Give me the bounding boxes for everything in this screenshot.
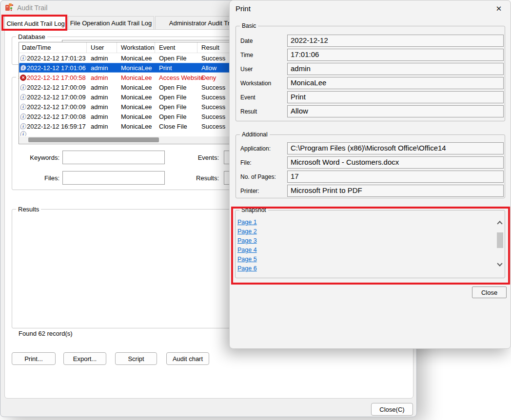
cell-datetime: 2022-12-12 17:00:09 bbox=[27, 94, 87, 101]
close-icon[interactable]: ✕ bbox=[494, 4, 504, 14]
print-dialog: Print ✕ Basic Date 2022-12-12 Time 17:01… bbox=[229, 0, 511, 349]
script-button[interactable]: Script bbox=[115, 352, 157, 365]
cell-user: admin bbox=[87, 94, 117, 101]
page-6-link[interactable]: Page 6 bbox=[237, 265, 257, 272]
snapshot-vertical-scrollbar[interactable] bbox=[496, 213, 504, 275]
keywords-label: Keywords: bbox=[19, 154, 59, 161]
results-legend: Results bbox=[16, 206, 41, 213]
column-header-workstation[interactable]: Workstation bbox=[117, 42, 155, 53]
found-records-text: Found 62 record(s) bbox=[19, 330, 73, 337]
horizontal-scrollbar-thumb[interactable] bbox=[28, 137, 159, 142]
files-label: Files: bbox=[19, 174, 59, 182]
cell-datetime: 2022-12-12 17:00:09 bbox=[27, 84, 87, 91]
cell-workstation: MonicaLee bbox=[117, 103, 155, 111]
cell-user: admin bbox=[87, 74, 117, 81]
time-label: Time bbox=[240, 52, 253, 58]
user-field: admin bbox=[287, 63, 504, 75]
cell-event: Open File bbox=[155, 84, 197, 91]
cell-workstation: MonicaLee bbox=[117, 64, 155, 72]
audit-chart-button[interactable]: Audit chart bbox=[166, 352, 209, 365]
cell-workstation: MonicaLee bbox=[117, 113, 155, 120]
database-legend: Database bbox=[16, 33, 47, 40]
window-title: Audit Trail bbox=[17, 4, 47, 12]
cell-datetime: 2022-12-12 16:59:17 bbox=[27, 123, 87, 130]
cell-workstation: MonicaLee bbox=[117, 74, 155, 81]
snapshot-group: Snapshot bbox=[235, 210, 505, 278]
export-button[interactable]: Export... bbox=[63, 352, 106, 365]
cell-datetime: 2022-12-12 17:00:58 bbox=[27, 74, 87, 81]
keywords-input[interactable] bbox=[62, 151, 165, 164]
cell-user: admin bbox=[87, 84, 117, 91]
cell-event: Print bbox=[155, 64, 197, 72]
close-dialog-button[interactable]: Close bbox=[472, 286, 507, 298]
cell-datetime: 2022-12-12 17:00:09 bbox=[27, 103, 87, 111]
column-header-event[interactable]: Event bbox=[155, 42, 197, 53]
info-icon: i bbox=[20, 94, 26, 100]
cell-datetime: 2022-12-12 17:01:06 bbox=[27, 64, 87, 72]
info-icon: i bbox=[20, 114, 26, 119]
cell-event: Open File bbox=[155, 94, 197, 101]
workstation-field: MonicaLee bbox=[287, 77, 504, 89]
printer-label: Printer: bbox=[240, 188, 259, 194]
scroll-down-icon[interactable] bbox=[497, 261, 502, 266]
page-1-link[interactable]: Page 1 bbox=[237, 219, 257, 226]
printer-field: Microsoft Print to PDF bbox=[287, 185, 504, 197]
cell-workstation: MonicaLee bbox=[117, 84, 155, 91]
cell-user: admin bbox=[87, 103, 117, 111]
info-icon: i bbox=[20, 104, 26, 110]
tab-client-audit-trail-log[interactable]: Client Audit Trail Log bbox=[4, 16, 67, 30]
cell-user: admin bbox=[87, 55, 117, 62]
tab-label: File Operation Audit Trail Log bbox=[70, 19, 152, 27]
cell-datetime: 2022-12-12 17:00:08 bbox=[27, 113, 87, 120]
snapshot-legend: Snapshot bbox=[239, 207, 268, 213]
cell-user: admin bbox=[87, 123, 117, 130]
error-icon: ✕ bbox=[20, 75, 26, 81]
tab-label: Administrator Audit Trail bbox=[169, 19, 236, 27]
cell-event: Access Website bbox=[155, 74, 197, 81]
cell-event: Close File bbox=[155, 123, 197, 130]
tab-file-operation-audit-trail-log[interactable]: File Operation Audit Trail Log bbox=[68, 16, 154, 30]
app-icon bbox=[5, 3, 14, 12]
column-header-user[interactable]: User bbox=[87, 42, 117, 53]
pages-field: 17 bbox=[287, 171, 504, 183]
file-field: Microsoft Word - Customers.docx bbox=[287, 156, 504, 169]
page-3-link[interactable]: Page 3 bbox=[237, 237, 257, 244]
cell-workstation: MonicaLee bbox=[117, 94, 155, 101]
info-icon: i bbox=[20, 55, 26, 61]
scroll-up-icon[interactable] bbox=[497, 221, 502, 226]
additional-legend: Additional bbox=[240, 131, 270, 138]
page-4-link[interactable]: Page 4 bbox=[237, 247, 257, 253]
date-label: Date bbox=[240, 38, 253, 44]
result-field: Allow bbox=[287, 105, 504, 117]
application-field: C:\Program Files (x86)\Microsoft Office\… bbox=[287, 142, 504, 154]
files-input[interactable] bbox=[62, 171, 165, 185]
tab-label: Client Audit Trail Log bbox=[6, 20, 64, 27]
tabstrip: Client Audit Trail Log File Operation Au… bbox=[4, 16, 250, 30]
close-window-button[interactable]: Close(C) bbox=[371, 403, 413, 416]
workstation-label: Workstation bbox=[240, 80, 271, 87]
cell-event: Open File bbox=[155, 113, 197, 120]
print-button[interactable]: Print... bbox=[12, 352, 56, 365]
page-5-link[interactable]: Page 5 bbox=[237, 256, 257, 263]
info-icon: i bbox=[20, 123, 26, 129]
pages-label: No. of Pages: bbox=[240, 173, 276, 180]
result-label: Result bbox=[240, 108, 257, 115]
event-label: Event bbox=[240, 94, 256, 101]
events-label: Events: bbox=[170, 154, 219, 161]
basic-legend: Basic bbox=[240, 22, 258, 29]
page-2-link[interactable]: Page 2 bbox=[237, 228, 257, 235]
file-label: File: bbox=[240, 159, 252, 166]
column-header-datetime[interactable]: Date/Time bbox=[19, 42, 87, 53]
cell-datetime: 2022-12-12 17:01:23 bbox=[27, 55, 87, 62]
cell-event: Open File bbox=[155, 55, 197, 62]
event-field: Print bbox=[287, 91, 504, 103]
vertical-scrollbar-thumb[interactable] bbox=[497, 232, 503, 248]
cell-workstation: MonicaLee bbox=[117, 55, 155, 62]
cell-event: Open File bbox=[155, 103, 197, 111]
info-icon: i bbox=[20, 84, 26, 90]
info-icon: i bbox=[20, 65, 26, 71]
application-label: Application: bbox=[240, 145, 271, 152]
print-dialog-title: Print bbox=[236, 4, 251, 13]
cell-user: admin bbox=[87, 113, 117, 120]
results-label: Results: bbox=[170, 174, 219, 182]
